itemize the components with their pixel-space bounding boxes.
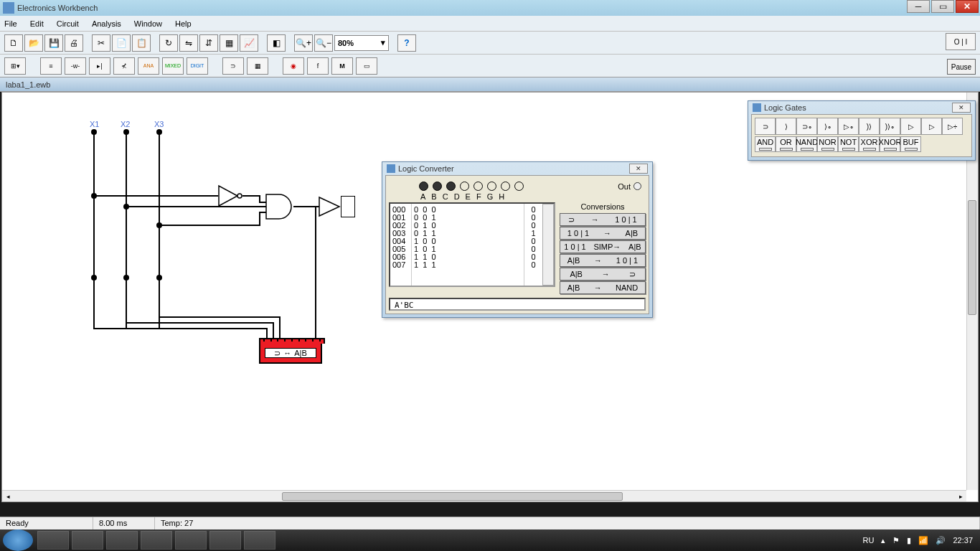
terminal-h[interactable] xyxy=(514,182,524,191)
terminal-out[interactable] xyxy=(633,182,641,190)
task-item[interactable] xyxy=(175,531,207,550)
power-switch[interactable]: O | I xyxy=(946,33,976,50)
zoom-select[interactable]: 80%▾ xyxy=(334,35,389,51)
sources-button[interactable]: ≡ xyxy=(40,57,62,75)
tray-lang[interactable]: RU xyxy=(863,536,875,545)
gate-and-2[interactable]: ⊃ xyxy=(755,118,776,135)
paste-button[interactable]: 📋 xyxy=(132,34,151,52)
digital-ic-button[interactable]: ▦ xyxy=(247,57,268,75)
menu-window[interactable]: Window xyxy=(134,19,162,28)
and-gate[interactable] xyxy=(265,193,295,220)
wifi-icon[interactable]: 📶 xyxy=(918,536,928,545)
zoom-out-button[interactable]: 🔍− xyxy=(314,34,333,52)
zoom-in-button[interactable]: 🔍+ xyxy=(294,34,313,52)
diodes-button[interactable]: ▸| xyxy=(89,57,110,75)
analog-button[interactable]: ANA xyxy=(138,57,159,75)
gate-not[interactable]: ▷∘ xyxy=(838,118,859,135)
gate-tri-inv[interactable]: ▷÷ xyxy=(942,118,963,135)
panel-close-button[interactable]: ✕ xyxy=(952,103,971,113)
maximize-button[interactable]: ▭ xyxy=(931,0,954,13)
basic-button[interactable]: -w- xyxy=(65,57,86,75)
terminal-b[interactable] xyxy=(433,182,442,191)
gate-tri[interactable]: ▷ xyxy=(921,118,942,135)
transistors-button[interactable]: ⊀ xyxy=(113,57,135,75)
graph-button[interactable]: 📈 xyxy=(240,34,258,52)
truth-table[interactable]: 000001002003004005006007 0 0 00 0 10 1 0… xyxy=(389,202,555,287)
instruments-button[interactable]: ▭ xyxy=(356,57,377,75)
task-item[interactable] xyxy=(141,531,172,550)
task-item[interactable] xyxy=(72,531,103,550)
start-button[interactable] xyxy=(3,529,33,551)
controls-button[interactable]: f xyxy=(307,57,329,75)
menu-file[interactable]: File xyxy=(4,19,17,28)
indicators-button[interactable]: ◉ xyxy=(283,57,304,75)
favorites-button[interactable]: ⊞▾ xyxy=(4,57,26,75)
misc-button[interactable]: M xyxy=(331,57,353,75)
volume-icon[interactable]: 🔊 xyxy=(936,536,946,545)
save-button[interactable]: 💾 xyxy=(44,34,63,52)
conversion-button-2[interactable]: 1 0 | 1SIMP→A|B xyxy=(560,240,646,253)
gate-nand-2[interactable]: ⊃∘ xyxy=(796,118,817,135)
flip-v-button[interactable]: ⇵ xyxy=(199,34,218,52)
gate-buf[interactable]: ▷ xyxy=(900,118,921,135)
gate-label-nor[interactable]: NOR xyxy=(817,136,838,152)
battery-icon[interactable]: ▮ xyxy=(907,536,911,545)
menu-edit[interactable]: Edit xyxy=(30,19,44,28)
terminal-g[interactable] xyxy=(501,182,510,191)
task-item[interactable] xyxy=(106,531,138,550)
terminal-a[interactable] xyxy=(419,182,428,191)
conversion-button-1[interactable]: 1 0 | 1→A|B xyxy=(560,227,646,240)
mixed-button[interactable]: MIXED xyxy=(162,57,184,75)
gate-label-and[interactable]: AND xyxy=(755,136,776,152)
gate-label-or[interactable]: OR xyxy=(776,136,796,152)
gate-label-nand[interactable]: NAND xyxy=(796,136,817,152)
task-item[interactable] xyxy=(244,531,275,550)
chevron-up-icon[interactable]: ▴ xyxy=(881,536,885,545)
gate-label-xnor[interactable]: XNOR xyxy=(880,136,900,152)
open-button[interactable]: 📂 xyxy=(24,34,43,52)
menu-circuit[interactable]: Circuit xyxy=(57,19,79,28)
horizontal-scrollbar[interactable]: ◂▸ xyxy=(2,490,966,501)
tray-clock[interactable]: 22:37 xyxy=(953,536,973,545)
table-scrollbar[interactable] xyxy=(542,204,554,286)
close-button[interactable]: ✕ xyxy=(956,0,979,13)
task-item[interactable] xyxy=(209,531,241,550)
panel-close-button[interactable]: ✕ xyxy=(629,164,648,174)
gate-xnor-2[interactable]: )⟩∘ xyxy=(880,118,900,135)
gate-xor-2[interactable]: )⟩ xyxy=(859,118,880,135)
rotate-button[interactable]: ↻ xyxy=(159,34,178,52)
minimize-button[interactable]: ─ xyxy=(907,0,930,13)
digital-button[interactable]: DIGIT xyxy=(187,57,208,75)
copy-button[interactable]: 📄 xyxy=(112,34,131,52)
print-button[interactable]: 🖨 xyxy=(65,34,83,52)
terminal-d[interactable] xyxy=(460,182,469,191)
conversion-button-0[interactable]: ⊃→1 0 | 1 xyxy=(560,213,646,226)
menu-analysis[interactable]: Analysis xyxy=(92,19,121,28)
buffer-gate[interactable] xyxy=(318,196,344,217)
logic-gates-button[interactable]: ⊃ xyxy=(222,57,244,75)
not-gate[interactable] xyxy=(217,184,243,207)
help-button[interactable]: ? xyxy=(397,34,416,52)
logic-converter-module[interactable]: ⊃↔A|B xyxy=(259,342,322,364)
cut-button[interactable]: ✂ xyxy=(92,34,110,52)
new-button[interactable]: 🗋 xyxy=(4,34,23,52)
terminal-f[interactable] xyxy=(487,182,496,191)
pause-button[interactable]: Pause xyxy=(947,59,976,75)
gate-label-buf[interactable]: BUF xyxy=(900,136,921,152)
task-item[interactable] xyxy=(37,531,69,550)
component-button[interactable]: ◧ xyxy=(267,34,286,52)
conversion-button-3[interactable]: A|B→1 0 | 1 xyxy=(560,254,646,267)
menu-help[interactable]: Help xyxy=(175,19,192,28)
gate-or-2[interactable]: ⟩ xyxy=(776,118,796,135)
document-tab[interactable]: laba1_1.ewb xyxy=(0,77,980,92)
conversion-button-5[interactable]: A|B→NAND xyxy=(560,281,646,294)
terminal-c[interactable] xyxy=(446,182,456,191)
expression-field[interactable]: A'BC xyxy=(389,298,646,311)
gate-nor-2[interactable]: ⟩∘ xyxy=(817,118,838,135)
flip-h-button[interactable]: ⇋ xyxy=(179,34,198,52)
conversion-button-4[interactable]: A|B→⊃ xyxy=(560,268,646,281)
terminal-e[interactable] xyxy=(473,182,483,191)
subcircuit-button[interactable]: ▦ xyxy=(220,34,238,52)
gate-label-xor[interactable]: XOR xyxy=(859,136,880,152)
gate-label-not[interactable]: NOT xyxy=(838,136,859,152)
